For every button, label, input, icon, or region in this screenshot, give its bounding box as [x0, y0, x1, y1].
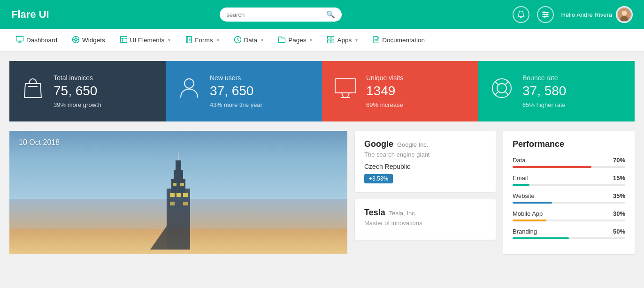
stat-cards: Total invoices 75, 650 39% more growth N…: [9, 61, 635, 121]
forms-chevron: ▾: [217, 38, 219, 43]
user-menu[interactable]: Hello Andre Rivera: [561, 6, 633, 23]
perf-email-pct: 15%: [613, 174, 625, 182]
pages-label: Pages: [288, 37, 306, 44]
perf-website-label: Website: [513, 192, 535, 199]
svg-rect-55: [170, 202, 175, 205]
svg-point-13: [75, 38, 77, 41]
bell-icon: [517, 10, 525, 19]
svg-rect-50: [176, 160, 181, 172]
svg-point-7: [622, 10, 627, 15]
image-date: 10 Oct 2018: [19, 138, 60, 147]
nav-item-dashboard[interactable]: Dashboard: [9, 29, 64, 52]
search-input[interactable]: [226, 11, 322, 18]
performance-title: Performance: [513, 139, 625, 149]
bounce-sub: 65% higher rate: [522, 101, 566, 108]
invoices-label: Total invoices: [54, 74, 101, 82]
monitor-icon: [333, 76, 358, 100]
bounce-label: Bounce rate: [522, 74, 566, 82]
image-card: 10 Oct 2018: [9, 131, 347, 254]
perf-branding-label: Branding: [513, 228, 537, 235]
visits-sub: 69% increase: [366, 101, 403, 108]
search-wrap: 🔍: [59, 8, 503, 22]
svg-line-38: [342, 93, 344, 98]
perf-item-website: Website 35%: [513, 192, 625, 204]
visits-value: 1349: [366, 83, 403, 99]
nav-item-documentation[interactable]: Documentation: [366, 29, 431, 52]
svg-line-46: [495, 92, 498, 95]
data-icon: [234, 36, 241, 45]
forms-label: Forms: [195, 37, 213, 44]
lifering-icon: [490, 76, 514, 100]
tesla-inc: Tesla, Inc.: [389, 210, 417, 217]
search-bar[interactable]: 🔍: [220, 8, 342, 22]
doc-icon: [373, 36, 379, 43]
performance-card: Performance Data 70% Email 15% Website: [503, 131, 635, 254]
google-name: Google: [364, 139, 393, 149]
svg-point-36: [184, 79, 194, 88]
search-icon: 🔍: [326, 10, 335, 19]
svg-rect-32: [331, 40, 334, 43]
visits-label: Unique visits: [366, 74, 403, 82]
svg-point-3: [543, 12, 544, 13]
nav-item-pages[interactable]: Pages ▾: [272, 29, 319, 52]
ui-elements-chevron: ▾: [168, 38, 170, 43]
invoices-sub: 39% more growth: [54, 101, 101, 108]
svg-point-4: [546, 14, 547, 15]
svg-rect-52: [170, 193, 175, 197]
svg-rect-56: [183, 202, 188, 205]
invoices-icon: [21, 76, 45, 105]
perf-data-label: Data: [513, 157, 525, 164]
main-content: Total invoices 75, 650 39% more growth N…: [0, 52, 644, 264]
user-greeting: Hello Andre Rivera: [561, 11, 612, 18]
google-inc: Google Inc.: [397, 141, 429, 148]
nav-item-data[interactable]: Data ▾: [228, 29, 270, 52]
settings-button[interactable]: [537, 6, 554, 23]
nav-item-ui-elements[interactable]: UI Elements ▾: [114, 29, 177, 52]
invoices-value: 75, 650: [54, 83, 101, 99]
svg-line-28: [238, 39, 239, 40]
svg-rect-37: [335, 79, 356, 93]
perf-item-branding: Branding 50%: [513, 228, 625, 239]
nav-item-forms[interactable]: Forms ▾: [179, 29, 225, 52]
bounce-value: 37, 580: [522, 83, 566, 99]
monitor-icon: [16, 36, 23, 43]
svg-marker-51: [150, 226, 167, 250]
folder-icon: [278, 36, 285, 43]
layers-icon: [120, 36, 127, 43]
clock-icon: [234, 36, 241, 43]
forms-icon: [185, 36, 192, 45]
person-icon: [177, 76, 201, 100]
perf-branding-pct: 50%: [613, 228, 625, 235]
google-desc: The search engine giant: [364, 151, 486, 158]
users-sub: 43% more this year: [210, 101, 262, 108]
users-value: 37, 650: [210, 83, 262, 99]
perf-item-email: Email 15%: [513, 174, 625, 186]
data-label: Data: [244, 37, 258, 44]
apps-icon: [327, 36, 334, 45]
company-card-google: Google Google Inc. The search engine gia…: [355, 131, 496, 192]
nav-item-widgets[interactable]: Widgets: [66, 29, 112, 52]
nav-item-apps[interactable]: Apps ▾: [321, 29, 364, 52]
apps-label: Apps: [337, 37, 352, 44]
stat-card-bounce-rate: Bounce rate 37, 580 65% higher rate: [478, 61, 635, 121]
book-icon: [185, 36, 192, 43]
svg-rect-53: [176, 193, 181, 197]
company-cards: Google Google Inc. The search engine gia…: [355, 131, 496, 254]
bounce-icon: [490, 76, 514, 105]
tesla-name: Tesla: [364, 208, 385, 218]
ui-elements-icon: [120, 36, 127, 44]
notification-bell-button[interactable]: [513, 6, 529, 23]
tower-illustration: [141, 151, 216, 254]
avatar-image: [618, 8, 631, 21]
widgets-label: Widgets: [82, 37, 105, 44]
svg-rect-54: [183, 193, 188, 197]
stat-card-new-users: New users 37, 650 43% more this year: [166, 61, 322, 121]
svg-point-42: [497, 83, 506, 93]
visits-icon: [333, 76, 358, 105]
sliders-icon: [541, 10, 550, 19]
google-country: Czech Republic: [364, 163, 486, 170]
header-actions: Hello Andre Rivera: [513, 6, 633, 23]
documentation-label: Documentation: [382, 37, 425, 44]
stat-card-total-invoices: Total invoices 75, 650 39% more growth: [9, 61, 166, 121]
ui-elements-label: UI Elements: [130, 37, 165, 44]
